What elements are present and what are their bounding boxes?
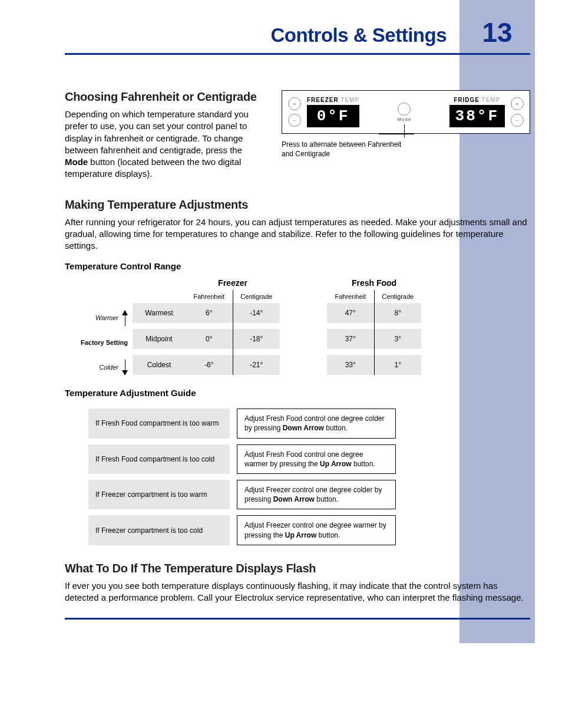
cell: 3° bbox=[374, 329, 421, 349]
section2-paragraph: After running your refrigerator for 24 h… bbox=[65, 216, 530, 252]
control-panel-illustration: + − FREEZER TEMP 0°F Mode FRIDGE TEMP bbox=[282, 90, 530, 134]
mode-label: Mode bbox=[397, 117, 411, 122]
table-row: If Fresh Food compartment is too coldAdj… bbox=[88, 444, 396, 474]
header-rule bbox=[65, 53, 530, 55]
cell: 6° bbox=[186, 303, 233, 323]
page-number: 13 bbox=[459, 17, 535, 48]
table-row: If Freezer compartment is too coldAdjust… bbox=[88, 515, 396, 545]
cell: 47° bbox=[327, 303, 374, 323]
cell: -14° bbox=[233, 303, 280, 323]
action: Adjust Fresh Food control one degree war… bbox=[237, 444, 396, 474]
action: Adjust Freezer control one degree colder… bbox=[237, 480, 396, 509]
guide-heading: Temperature Adjustment Guide bbox=[65, 388, 530, 398]
col-freezer: Freezer bbox=[186, 276, 280, 290]
freezer-up-icon: + bbox=[288, 97, 301, 110]
row-label: Warmest bbox=[133, 303, 186, 323]
section3-paragraph: If ever you you see both temperature dis… bbox=[65, 580, 530, 604]
page-title: Controls & Settings bbox=[270, 24, 447, 47]
panel-caption: Press to alternate between Fahrenheit an… bbox=[282, 140, 411, 159]
fridge-down-icon: − bbox=[511, 114, 524, 127]
footer-rule bbox=[65, 618, 530, 620]
sub-cen: Centigrade bbox=[233, 290, 280, 303]
section3-heading: What To Do If The Temperature Displays F… bbox=[65, 562, 530, 575]
mode-circle-icon bbox=[398, 103, 411, 116]
cell: -6° bbox=[186, 355, 233, 375]
mode-word: Mode bbox=[65, 157, 88, 167]
cell: 1° bbox=[374, 355, 421, 375]
section1-heading: Choosing Fahrenheit or Centigrade bbox=[65, 90, 265, 104]
sub-fah2: Fahrenheit bbox=[327, 290, 374, 303]
cell: -18° bbox=[233, 329, 280, 349]
adjustment-guide-table: If Fresh Food compartment is too warmAdj… bbox=[88, 403, 396, 551]
temperature-range-table: FreezerFresh Food FahrenheitCentigradeFa… bbox=[133, 276, 421, 375]
arrow-up-icon bbox=[122, 310, 128, 315]
factory-setting-label: Factory Setting bbox=[81, 339, 128, 346]
cell: 0° bbox=[186, 329, 233, 349]
col-fresh: Fresh Food bbox=[327, 276, 421, 290]
cell: 8° bbox=[374, 303, 421, 323]
action: Adjust Freezer control one degree warmer… bbox=[237, 515, 396, 545]
fridge-up-icon: + bbox=[511, 97, 524, 110]
condition: If Freezer compartment is too cold bbox=[88, 515, 230, 545]
arrow-down-icon bbox=[122, 370, 128, 375]
freezer-label: FREEZER TEMP bbox=[307, 97, 359, 103]
row-label: Coldest bbox=[133, 355, 186, 375]
condition: If Freezer compartment is too warm bbox=[88, 480, 230, 509]
action: Adjust Fresh Food control one degree col… bbox=[237, 409, 396, 438]
condition: If Fresh Food compartment is too warm bbox=[88, 409, 230, 438]
range-table-wrap: Warmer Factory Setting Colder FreezerFre… bbox=[65, 276, 530, 380]
freezer-down-icon: − bbox=[288, 114, 301, 127]
text: button (located between the two digital … bbox=[65, 157, 241, 179]
mode-button-illustration: Mode bbox=[397, 103, 411, 122]
row-label: Midpoint bbox=[133, 329, 186, 349]
section1-paragraph: Depending on which temperature standard … bbox=[65, 108, 265, 180]
sub-fah: Fahrenheit bbox=[186, 290, 233, 303]
text: Depending on which temperature standard … bbox=[65, 109, 249, 155]
section2-heading: Making Temperature Adjustments bbox=[65, 198, 530, 212]
cell: 37° bbox=[327, 329, 374, 349]
sub-cen2: Centigrade bbox=[374, 290, 421, 303]
fridge-label: FRIDGE TEMP bbox=[449, 97, 505, 103]
fridge-display: 38°F bbox=[449, 105, 505, 127]
page-header: Controls & Settings 13 bbox=[65, 17, 530, 48]
condition: If Fresh Food compartment is too cold bbox=[88, 444, 230, 474]
warmer-label: Warmer bbox=[95, 314, 118, 321]
table-row: If Freezer compartment is too warmAdjust… bbox=[88, 480, 396, 509]
colder-label: Colder bbox=[100, 364, 118, 371]
freezer-display: 0°F bbox=[307, 105, 359, 127]
range-heading: Temperature Control Range bbox=[65, 261, 530, 271]
cell: -21° bbox=[233, 355, 280, 375]
cell: 33° bbox=[327, 355, 374, 375]
table-row: If Fresh Food compartment is too warmAdj… bbox=[88, 409, 396, 438]
